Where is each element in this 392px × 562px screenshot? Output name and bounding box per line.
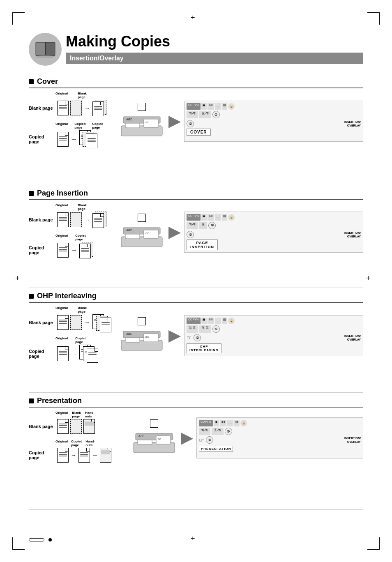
crosshair-top	[193, 17, 199, 24]
pi-result-front	[92, 213, 104, 228]
pi-copied-page-label: Copied page	[29, 245, 55, 255]
pi-left-diagrams: Original Blankpage Blank page →	[29, 203, 115, 261]
pi-result1	[92, 212, 107, 228]
ohp-arrow1: →	[84, 319, 90, 326]
pres-btn6: 🔒	[240, 420, 247, 426]
pi-btn3: Ⅱ-Ⅱ	[208, 214, 214, 221]
cover-copied-row: Copied page →	[29, 130, 115, 148]
corner-mark-tl	[12, 12, 25, 25]
cover-result1	[92, 100, 107, 116]
pi-orig-doc2	[57, 243, 69, 258]
ohp-printer-svg: ABC BC	[119, 328, 164, 355]
ohp-step1-circle: ①	[212, 325, 220, 333]
page-insertion-diagram: Original Blankpage Blank page →	[29, 203, 363, 261]
ohp-big-arrow: ▶	[168, 327, 180, 344]
cover-btn-copyn: COPY%	[187, 103, 201, 110]
pi-arrow2: →	[71, 247, 77, 253]
svg-text:BC: BC	[158, 438, 161, 440]
pres-btn3: Ⅱ-Ⅱ	[220, 420, 226, 426]
pres-orig-label2: Original	[55, 440, 68, 447]
pi-step1-circle: ①	[208, 222, 216, 229]
pres-copied-label2: Copiedpage	[71, 440, 82, 447]
ohp-orig-doc2	[57, 346, 69, 361]
pres-btn2: ▣	[214, 420, 219, 426]
pi-panel-buttons-row1: COPY% ▣ Ⅱ-Ⅱ ⬜ ▤ 🔒	[187, 214, 361, 221]
pi-blank-label1: Blankpage	[78, 203, 87, 211]
pi-insertion-overlay-label: INSERTION/OVERLAY	[344, 231, 361, 238]
pi-result2-front	[79, 244, 91, 258]
section-page-insertion: Page Insertion Original Blankpage Blank …	[29, 189, 363, 261]
section-title-ohp: OHP Interleaving	[37, 292, 97, 300]
ohp-result2	[79, 345, 100, 363]
cover-orig-label2: Original	[55, 122, 68, 129]
cover-result2	[79, 130, 98, 148]
page-title: Making Copies	[66, 33, 170, 50]
svg-text:ABC: ABC	[126, 332, 132, 335]
pres-blank-page-label: Blank page	[29, 424, 55, 429]
pi-btn4: ⬜	[215, 214, 221, 221]
pi-orig-doc1	[57, 212, 69, 227]
svg-text:BC: BC	[145, 232, 149, 235]
cover-insertion-overlay-label: INSERTION/OVERLAY	[344, 120, 361, 127]
section-bullet-presentation	[29, 398, 34, 403]
pres-panel-row1: COPY% ▣ Ⅱ-Ⅱ ⬜ ▤ 🔒	[199, 420, 361, 426]
cover-copied-label3: Copiedpage	[92, 122, 103, 129]
cover-blank-doc1	[70, 101, 82, 115]
cover-arrow2: →	[71, 136, 77, 143]
pres-btn-r2: 互-笃	[212, 428, 223, 435]
cover-blank-row: Blank page →	[29, 100, 115, 116]
pres-printer-section: ABC BC	[131, 419, 177, 457]
pi-copied-label2: Copiedpage	[75, 234, 86, 241]
ohp-hand-icon: ☞	[187, 334, 192, 341]
cover-orig-doc2	[57, 132, 69, 147]
cover-blank-label1: Blankpage	[78, 92, 87, 99]
ohp-result1	[92, 314, 111, 331]
cover-panel-buttons-row1: COPY% ▣ Ⅱ-Ⅱ ⬜ ▤ 🔒	[187, 103, 361, 110]
ohp-checkbox	[138, 317, 146, 325]
ohp-btn3: Ⅱ-Ⅱ	[208, 318, 214, 324]
cover-btn-4: ⬜	[215, 103, 221, 110]
pres-handouts-label2: Hand-outs	[85, 440, 95, 447]
pres-left-diagrams: Original Blankpage Hand-outs Blank page	[29, 411, 127, 465]
pres-btn-r1: 笃-笃	[199, 428, 210, 435]
ohp-btn1: COPY%	[187, 318, 201, 324]
ohp-copied-page-label: Copied page	[29, 349, 55, 359]
pi-orig-label2: Original	[55, 234, 68, 241]
svg-text:ABC: ABC	[126, 229, 132, 232]
corner-mark-bl	[12, 537, 25, 550]
ohp-left-diagrams: Original Blankpage Blank page →	[29, 306, 115, 365]
ohp-btn2: ▣	[201, 318, 207, 324]
ohp-blank-doc1	[70, 315, 82, 330]
ohp-printer-section: ABC BC	[119, 317, 164, 355]
pres-step2-circle: ②	[206, 436, 213, 444]
divider-4	[29, 509, 363, 510]
pres-screen-label: PRESENTATION	[199, 446, 233, 452]
pres-copied-page-label: Copied page	[29, 450, 55, 460]
cover-arrow1: →	[84, 105, 90, 111]
svg-rect-1	[36, 42, 46, 55]
ohp-btn4: ⬜	[215, 318, 221, 324]
svg-point-4	[36, 55, 55, 58]
cover-step2-circle: ②	[187, 120, 194, 127]
ohp-copied-label2: Copiedpage	[75, 336, 86, 344]
cover-btn-r1: 笃-笃	[187, 111, 198, 118]
section-bullet-cover	[29, 79, 34, 84]
ohp-copied-row: Copied page →	[29, 345, 115, 363]
cover-btn-5: ▤	[222, 103, 227, 110]
bottom-area	[29, 538, 363, 541]
pres-arrow3: →	[92, 452, 98, 458]
corner-mark-br	[367, 537, 380, 550]
ohp-arrow2: →	[71, 350, 77, 357]
ohp-panel-row2: 笃-笃 互-笃 ①	[187, 325, 361, 333]
pres-blank-row: Blank page	[29, 419, 127, 434]
pi-btn6: 🔒	[228, 214, 235, 221]
pres-right-panel: COPY% ▣ Ⅱ-Ⅱ ⬜ ▤ 🔒 笃-笃 互-笃 ① ☞ ② INSERTIO…	[196, 417, 363, 458]
cover-left-diagrams: Original Blankpage Blank page	[29, 92, 115, 151]
cover-panel-row3: ② INSERTION/OVERLAY	[187, 120, 361, 127]
page-number	[29, 538, 44, 541]
cover-btn-3: Ⅱ-Ⅱ	[208, 103, 214, 110]
ohp-result2-c	[87, 348, 98, 363]
pi-btn-r1: 笃-笃	[187, 222, 198, 229]
pi-orig-label1: Original	[55, 203, 68, 211]
ohp-btn-r1: 笃-笃	[187, 325, 198, 333]
